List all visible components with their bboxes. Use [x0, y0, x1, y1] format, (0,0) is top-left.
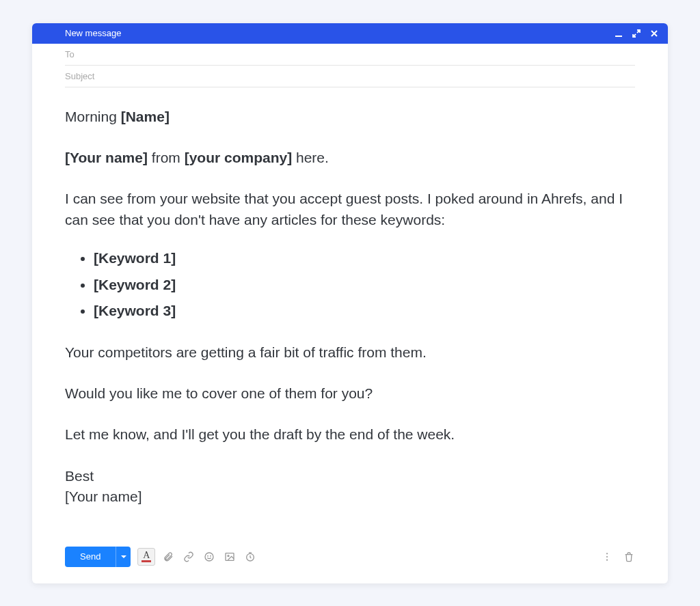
emoji-icon[interactable] [203, 551, 215, 563]
list-item: [Keyword 3] [94, 301, 635, 321]
link-icon[interactable] [183, 551, 195, 563]
window-actions [615, 29, 658, 38]
svg-point-5 [228, 555, 229, 556]
trash-icon[interactable] [623, 551, 635, 563]
svg-point-9 [606, 559, 608, 560]
toolbar-right [601, 551, 635, 563]
svg-point-7 [606, 553, 608, 554]
send-button-group: Send [65, 547, 131, 567]
subject-field[interactable] [65, 71, 635, 81]
toolbar-left: Send A [65, 547, 256, 567]
competitors-para: Your competitors are getting a fair bit … [65, 342, 635, 363]
subject-field-row [65, 66, 635, 87]
title-bar: New message [32, 23, 668, 44]
email-body[interactable]: Morning [Name] [Your name] from [your co… [32, 87, 668, 540]
list-item: [Keyword 2] [94, 275, 635, 295]
greeting-prefix: Morning [65, 109, 121, 124]
header-fields [32, 44, 668, 87]
close-icon[interactable] [650, 29, 658, 38]
expand-icon[interactable] [632, 29, 641, 38]
text-format-a-icon: A [143, 551, 150, 560]
confidential-icon[interactable] [244, 551, 256, 563]
toolbar-icons [162, 551, 256, 563]
offer-para: Would you like me to cover one of them f… [65, 383, 635, 404]
compose-window: New message Morning [Name] [Your name] f… [32, 23, 668, 583]
list-item: [Keyword 1] [94, 248, 635, 268]
window-title: New message [65, 28, 121, 38]
to-field[interactable] [65, 49, 635, 59]
minimize-icon[interactable] [615, 29, 623, 38]
intro-from: from [148, 150, 185, 165]
compose-toolbar: Send A [32, 540, 668, 583]
signoff: Best [65, 466, 635, 486]
attach-icon[interactable] [162, 551, 174, 563]
close-para: Let me know, and I'll get you the draft … [65, 424, 635, 445]
signature: [Your name] [65, 486, 635, 507]
keyword-list: [Keyword 1] [Keyword 2] [Keyword 3] [65, 248, 635, 321]
text-format-button[interactable]: A [137, 548, 155, 566]
to-field-row [65, 44, 635, 66]
intro-here: here. [292, 150, 329, 165]
image-icon[interactable] [224, 551, 236, 563]
observation-para: I can see from your website that you acc… [65, 189, 635, 230]
greeting-name: [Name] [121, 109, 170, 124]
intro-company: [your company] [185, 150, 293, 165]
svg-rect-0 [615, 36, 622, 37]
intro-yourname: [Your name] [65, 150, 148, 165]
svg-point-8 [606, 555, 608, 557]
intro-line: [Your name] from [your company] here. [65, 148, 635, 168]
send-button[interactable]: Send [65, 547, 116, 567]
send-options-button[interactable] [116, 547, 131, 567]
svg-point-2 [208, 555, 208, 556]
svg-point-3 [211, 555, 211, 556]
svg-point-1 [205, 553, 213, 561]
greeting-line: Morning [Name] [65, 107, 635, 127]
text-format-underline [142, 560, 151, 562]
more-options-icon[interactable] [601, 551, 613, 563]
